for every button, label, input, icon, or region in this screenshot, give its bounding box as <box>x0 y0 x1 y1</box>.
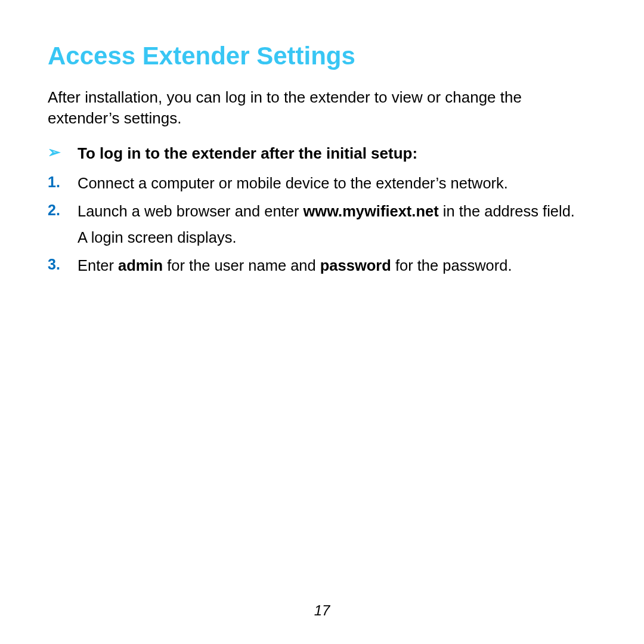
step-body: Launch a web browser and enter www.mywif… <box>78 202 596 247</box>
step-number: 1. <box>48 174 78 191</box>
arrow-icon: ➢ <box>48 143 78 162</box>
step-3: 3. Enter admin for the user name and pas… <box>48 256 596 275</box>
intro-paragraph: After installation, you can log in to th… <box>48 87 596 129</box>
step-text-pre: Launch a web browser and enter <box>78 203 304 219</box>
step-number: 2. <box>48 202 78 219</box>
step-text-bold-admin: admin <box>118 257 163 274</box>
step-body: Enter admin for the user name and passwo… <box>78 256 596 275</box>
step-text-bold-password: password <box>320 257 391 274</box>
step-text-part: for the user name and <box>163 257 320 274</box>
page-title: Access Extender Settings <box>48 42 596 70</box>
step-body: Connect a computer or mobile device to t… <box>78 174 596 193</box>
document-page: Access Extender Settings After installat… <box>0 0 644 644</box>
step-text-part: for the password. <box>391 257 512 274</box>
step-text-part: Enter <box>78 257 118 274</box>
step-text-bold-url: www.mywifiext.net <box>304 203 439 219</box>
step-1: 1. Connect a computer or mobile device t… <box>48 174 596 193</box>
page-number: 17 <box>0 602 644 619</box>
procedure-label: To log in to the extender after the init… <box>78 143 417 164</box>
step-2: 2. Launch a web browser and enter www.my… <box>48 202 596 247</box>
step-follow-text: A login screen displays. <box>78 228 596 247</box>
procedure-heading: ➢ To log in to the extender after the in… <box>48 143 596 164</box>
step-text-post: in the address field. <box>439 203 575 219</box>
step-number: 3. <box>48 256 78 273</box>
